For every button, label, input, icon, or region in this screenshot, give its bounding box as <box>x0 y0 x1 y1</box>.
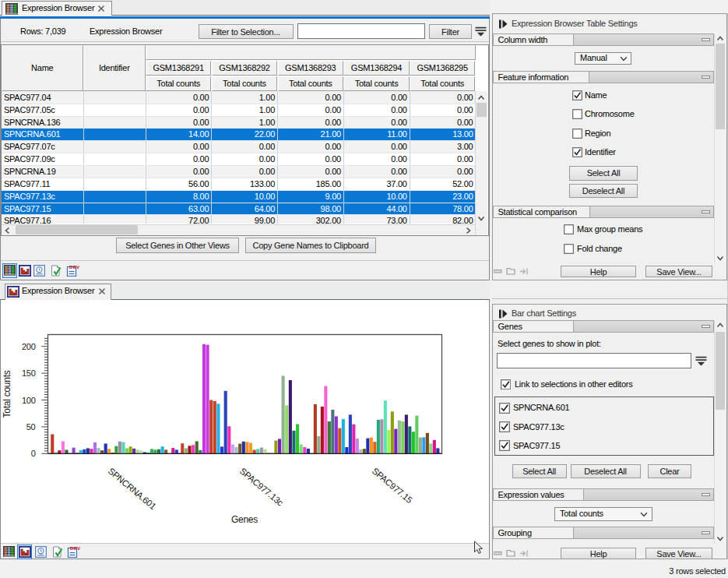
svg-text:SPNCRNA.601: SPNCRNA.601 <box>107 466 158 511</box>
svg-text:DEV: DEV <box>70 546 80 551</box>
svg-text:150: 150 <box>22 368 36 378</box>
svg-text:DEV: DEV <box>69 265 79 270</box>
svg-text:SPAC977.13c: SPAC977.13c <box>238 466 286 508</box>
svg-text:Total counts: Total counts <box>2 370 12 418</box>
svg-text:100: 100 <box>22 396 36 405</box>
svg-text:50: 50 <box>26 422 36 432</box>
svg-text:200: 200 <box>22 342 36 351</box>
svg-text:SPAC977.15: SPAC977.15 <box>371 466 414 505</box>
svg-text:0: 0 <box>31 449 36 458</box>
svg-text:Genes: Genes <box>231 514 258 525</box>
